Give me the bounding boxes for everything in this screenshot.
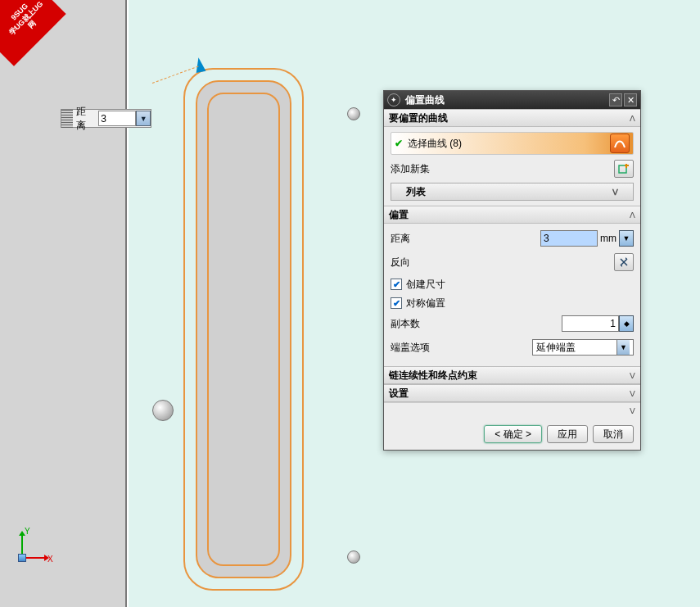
- dialog-close-button[interactable]: ✕: [624, 93, 637, 106]
- dialog-footer-collapse[interactable]: ᐯ: [384, 402, 640, 419]
- dimension-dropdown-button[interactable]: ▼: [136, 111, 151, 126]
- curve-type-icon[interactable]: [610, 134, 630, 153]
- chevron-down-icon: ᐯ: [630, 389, 635, 398]
- select-curve-label: 选择曲线 (8): [408, 137, 610, 151]
- dialog-button-row: < 确定 > 应用 取消: [384, 419, 640, 450]
- section-settings[interactable]: 设置 ᐯ: [384, 384, 640, 402]
- left-sidebar: [0, 0, 127, 607]
- ok-button[interactable]: < 确定 >: [484, 425, 542, 443]
- select-curve-row[interactable]: ✔ 选择曲线 (8): [391, 132, 634, 155]
- chevron-down-icon: ᐯ: [630, 371, 635, 380]
- copies-label: 副本数: [391, 317, 562, 331]
- dialog-title: 偏置曲线: [405, 93, 607, 107]
- dialog-options-icon[interactable]: ✦: [387, 93, 400, 106]
- section-offset[interactable]: 偏置 ᐱ: [384, 206, 640, 224]
- endcap-select[interactable]: 延伸端盖 ▼: [532, 339, 634, 356]
- reverse-direction-button[interactable]: [614, 253, 634, 271]
- symmetric-offset-label: 对称偏置: [406, 297, 445, 310]
- cancel-button[interactable]: 取消: [593, 425, 634, 443]
- curves-section-body: ✔ 选择曲线 (8) 添加新集 列表 ᐯ: [384, 127, 640, 206]
- list-collapsible-header[interactable]: 列表 ᐯ: [391, 183, 634, 201]
- distance-dropdown-button[interactable]: ▼: [619, 230, 634, 247]
- checkmark-icon: ✔: [395, 138, 403, 149]
- drag-grip-icon[interactable]: [61, 110, 73, 128]
- dimension-value-input[interactable]: [98, 111, 136, 126]
- chevron-down-icon: ᐯ: [630, 406, 635, 415]
- datum-point-icon[interactable]: [347, 107, 360, 120]
- distance-input[interactable]: [540, 230, 598, 247]
- offset-section-body: 距离 mm ▼ 反向 ✔ 创建尺寸 ✔ 对称偏置 副本数 ◆ 端盖选项 延伸: [384, 224, 640, 366]
- datum-point-icon[interactable]: [347, 550, 360, 564]
- create-dimension-row[interactable]: ✔ 创建尺寸: [391, 276, 634, 292]
- section-curves-to-offset[interactable]: 要偏置的曲线 ᐱ: [384, 109, 640, 127]
- reverse-label: 反向: [391, 256, 614, 270]
- dimension-input-widget[interactable]: 距离 ▼: [61, 109, 151, 128]
- symmetric-offset-checkbox[interactable]: ✔: [391, 297, 402, 309]
- chevron-up-icon: ᐱ: [630, 114, 635, 123]
- copies-spinner-button[interactable]: ◆: [619, 315, 634, 332]
- add-new-set-label: 添加新集: [391, 162, 614, 176]
- section-chain-continuity[interactable]: 链连续性和终点约束 ᐯ: [384, 366, 640, 384]
- offset-curve-dialog: ✦ 偏置曲线 ↶ ✕ 要偏置的曲线 ᐱ ✔ 选择曲线 (8) 添加新集 列表 ᐯ…: [383, 90, 641, 451]
- dialog-undo-button[interactable]: ↶: [609, 93, 622, 106]
- svg-rect-0: [619, 165, 626, 173]
- offset-curve-inner[interactable]: [207, 93, 280, 566]
- copies-input[interactable]: [562, 315, 619, 332]
- chevron-down-icon: ᐯ: [612, 188, 618, 197]
- datum-point-icon[interactable]: [152, 400, 174, 421]
- dialog-titlebar[interactable]: ✦ 偏置曲线 ↶ ✕: [384, 91, 640, 109]
- origin-cube-icon[interactable]: [18, 554, 26, 562]
- x-axis-label: X: [47, 555, 53, 564]
- y-axis-label: Y: [25, 527, 30, 536]
- distance-unit: mm: [598, 233, 619, 244]
- apply-button[interactable]: 应用: [547, 425, 588, 443]
- create-dimension-checkbox[interactable]: ✔: [391, 279, 402, 290]
- add-new-set-button[interactable]: [614, 160, 634, 178]
- chevron-up-icon: ᐱ: [630, 211, 635, 220]
- chevron-down-icon: ▼: [616, 340, 630, 355]
- symmetric-offset-row[interactable]: ✔ 对称偏置: [391, 295, 634, 311]
- dimension-label: 距离: [73, 105, 99, 133]
- create-dimension-label: 创建尺寸: [406, 278, 445, 292]
- endcap-label: 端盖选项: [391, 341, 532, 355]
- distance-label: 距离: [391, 232, 540, 246]
- add-new-set-row: 添加新集: [391, 160, 634, 178]
